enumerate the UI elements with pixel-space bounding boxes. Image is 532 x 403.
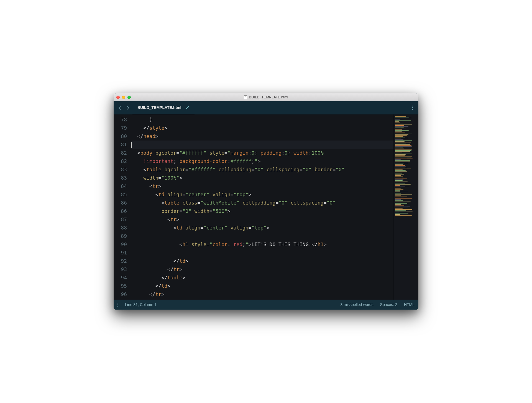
tab-filename: BUILD_TEMPLATE.html	[137, 105, 181, 110]
code-line[interactable]: <td align="center" valign="top">	[131, 224, 393, 232]
minimap-line	[395, 184, 411, 185]
code-line[interactable]	[131, 249, 393, 257]
code-line[interactable]: <tr>	[131, 182, 393, 190]
line-number: 84	[114, 182, 127, 190]
minimap-line	[395, 206, 410, 206]
minimap-line	[395, 180, 403, 181]
minimap-line	[395, 159, 401, 160]
minimap-line	[395, 207, 407, 207]
line-number-gutter: 7879808182828383848586868788899091929394…	[114, 114, 129, 300]
minimap-line	[395, 163, 408, 163]
minimap-line	[395, 162, 400, 162]
code-line[interactable]	[131, 141, 393, 149]
minimap[interactable]	[393, 114, 418, 300]
line-number: 82	[114, 149, 127, 157]
minimap-line	[395, 131, 402, 132]
code-line[interactable]: }	[131, 116, 393, 124]
code-line[interactable]: </tr>	[131, 265, 393, 274]
traffic-lights	[116, 96, 131, 99]
editor-area: 7879808182828383848586868788899091929394…	[114, 114, 418, 300]
minimap-line	[395, 155, 405, 156]
language-mode[interactable]: HTML	[404, 302, 415, 307]
code-line[interactable]: border="0" width="500">	[131, 207, 393, 215]
status-menu-button[interactable]	[117, 303, 118, 307]
minimap-line	[395, 194, 412, 195]
minimap-line	[395, 125, 404, 126]
minimap-line	[395, 203, 409, 203]
minimap-line	[395, 133, 408, 133]
nav-forward-button[interactable]	[125, 106, 129, 109]
code-content[interactable]: } </style> </head> <body bgcolor="#fffff…	[129, 114, 393, 300]
line-number: 86	[114, 207, 127, 215]
code-line[interactable]	[131, 232, 393, 240]
minimap-line	[395, 174, 404, 175]
spelling-status[interactable]: 3 misspelled words	[341, 302, 374, 307]
line-number: 83	[114, 174, 127, 182]
code-line[interactable]: <table bgcolor="#ffffff" cellpadding="0"…	[131, 165, 393, 174]
minimap-line	[395, 166, 406, 167]
line-number: 81	[114, 141, 127, 149]
code-line[interactable]: </style>	[131, 124, 393, 132]
minimap-line	[395, 130, 409, 131]
close-window-button[interactable]	[116, 96, 120, 99]
indent-status[interactable]: Spaces: 2	[380, 302, 397, 307]
editor-window: BUILD_TEMPLATE.html BUILD_TEMPLATE.html …	[114, 93, 418, 310]
code-line[interactable]: !important; background-color:#ffffff;">	[131, 157, 393, 165]
minimap-line	[395, 204, 401, 205]
minimap-line	[395, 165, 405, 166]
minimap-line	[395, 181, 408, 182]
minimap-line	[395, 120, 411, 121]
minimap-line	[395, 126, 408, 127]
minimap-line	[395, 205, 404, 206]
minimap-line	[395, 208, 408, 208]
minimap-line	[395, 188, 401, 188]
minimap-line	[395, 199, 401, 200]
minimap-line	[395, 143, 409, 143]
pencil-icon	[186, 106, 190, 109]
minimap-line	[395, 183, 405, 184]
code-line[interactable]: </tr>	[131, 290, 393, 299]
code-line[interactable]: </td>	[131, 282, 393, 290]
minimap-line	[395, 209, 412, 210]
zoom-window-button[interactable]	[127, 96, 131, 99]
minimap-line	[395, 169, 403, 170]
minimap-line	[395, 189, 403, 190]
tab-overflow-menu-button[interactable]	[408, 106, 417, 110]
window-title-text: BUILD_TEMPLATE.html	[249, 95, 288, 99]
minimap-line	[395, 119, 404, 119]
nav-arrows	[115, 106, 132, 109]
code-line[interactable]: <h1 style="color: red;">LET'S DO THIS TH…	[131, 240, 393, 249]
code-line[interactable]: <tr>	[131, 215, 393, 224]
minimap-line	[395, 177, 404, 177]
minimap-line	[395, 171, 407, 172]
minimap-line	[395, 195, 401, 196]
minimap-line	[395, 182, 403, 182]
code-line[interactable]: width="100%">	[131, 174, 393, 182]
minimize-window-button[interactable]	[122, 96, 125, 99]
minimap-line	[395, 167, 405, 167]
code-line[interactable]: </head>	[131, 132, 393, 141]
minimap-line	[395, 127, 404, 127]
nav-back-button[interactable]	[119, 106, 122, 109]
minimap-line	[395, 141, 405, 142]
minimap-line	[395, 128, 401, 128]
minimap-line	[395, 144, 406, 144]
minimap-line	[395, 183, 411, 183]
minimap-line	[395, 144, 410, 145]
code-line[interactable]: <table class="widthMobile" cellpadding="…	[131, 199, 393, 207]
code-line[interactable]: <td align="center" valign="top">	[131, 190, 393, 199]
tab-active[interactable]: BUILD_TEMPLATE.html	[132, 101, 195, 114]
minimap-line	[395, 176, 403, 177]
code-line[interactable]: <body bgcolor="#ffffff" style="margin:0;…	[131, 149, 393, 157]
line-number: 78	[114, 116, 127, 124]
code-line[interactable]: </table>	[131, 274, 393, 282]
cursor-position[interactable]: Line 81, Column 1	[125, 302, 157, 307]
line-number: 92	[114, 257, 127, 265]
code-line[interactable]: </td>	[131, 257, 393, 265]
minimap-line	[395, 196, 407, 197]
minimap-line	[395, 161, 410, 162]
minimap-line	[395, 151, 410, 152]
document-icon	[244, 95, 247, 99]
minimap-line	[395, 198, 412, 199]
minimap-line	[395, 211, 413, 211]
